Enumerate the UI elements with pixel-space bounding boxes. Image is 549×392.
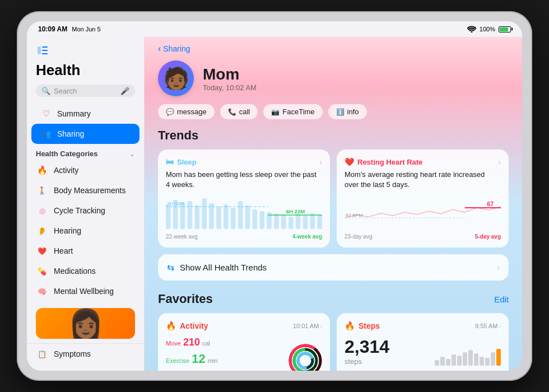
cat-item-cycle[interactable]: ◎ Cycle Tracking bbox=[27, 200, 144, 221]
microphone-icon[interactable]: 🎤 bbox=[120, 87, 129, 95]
svg-rect-24 bbox=[310, 213, 315, 229]
heart-title: Resting Heart Rate bbox=[357, 158, 422, 166]
facetime-icon: 📷 bbox=[271, 108, 280, 116]
steps-value: 2,314 bbox=[345, 337, 389, 357]
svg-rect-8 bbox=[195, 206, 200, 229]
heart-footer-left: 23-day avg bbox=[345, 234, 372, 240]
activity-chevron-icon[interactable]: › bbox=[320, 323, 322, 329]
info-button[interactable]: ℹ️ info bbox=[328, 104, 367, 119]
show-all-chevron-icon: › bbox=[497, 263, 500, 272]
svg-rect-1 bbox=[42, 46, 48, 48]
heart-chart: 67 62 BPM bbox=[345, 195, 501, 229]
body-icon: 🚶 bbox=[36, 184, 48, 197]
ipad-screen: 10:09 AM Mon Jun 5 100% bbox=[27, 21, 522, 371]
battery-icon bbox=[499, 26, 511, 32]
svg-rect-6 bbox=[180, 202, 185, 229]
sleep-desc: Mom has been getting less sleep over the… bbox=[166, 170, 322, 190]
cat-item-symptoms[interactable]: 📋 Symptoms bbox=[27, 343, 144, 364]
step-bar-7 bbox=[468, 350, 473, 366]
sleep-icon: 🛏 bbox=[166, 157, 174, 166]
svg-rect-25 bbox=[317, 214, 322, 229]
call-icon: 📞 bbox=[228, 108, 236, 116]
stand-stat: Stand 4 hr bbox=[166, 370, 217, 371]
steps-time: 9:55 AM › bbox=[475, 323, 501, 329]
sleep-footer-right: 4-week avg bbox=[292, 234, 322, 240]
steps-chevron-icon[interactable]: › bbox=[499, 323, 501, 329]
sleep-card-title: 🛏 Sleep bbox=[166, 157, 197, 166]
heart-footer-right: 5-day avg bbox=[475, 234, 501, 240]
sidebar-toggle-icon[interactable] bbox=[36, 44, 49, 57]
categories-chevron-icon[interactable]: ⌄ bbox=[129, 150, 135, 158]
sharing-label: Sharing bbox=[57, 129, 84, 138]
trends-icon: ⇆ bbox=[167, 262, 174, 273]
profile-name: Mom bbox=[203, 66, 257, 83]
activity-ring bbox=[289, 344, 322, 371]
show-all-trends-button[interactable]: ⇆ Show All Health Trends › bbox=[158, 254, 509, 281]
sleep-chevron-icon[interactable]: › bbox=[319, 157, 322, 166]
sidebar-item-sharing[interactable]: 👥 Sharing bbox=[31, 124, 139, 144]
cycle-icon: ◎ bbox=[36, 204, 48, 217]
battery-pct: 100% bbox=[480, 26, 495, 32]
activity-card-header: 🔥 Activity 10:01 AM › bbox=[166, 321, 322, 331]
status-right: 100% bbox=[467, 26, 511, 32]
activity-title-row: 🔥 Activity bbox=[166, 321, 208, 331]
status-bar: 10:09 AM Mon Jun 5 100% bbox=[27, 21, 522, 37]
svg-rect-4 bbox=[166, 204, 171, 229]
svg-rect-10 bbox=[209, 203, 214, 229]
message-button[interactable]: 💬 message bbox=[158, 104, 215, 119]
cat-item-mental[interactable]: 🧠 Mental Wellbeing bbox=[27, 281, 144, 301]
exercise-label: Exercise bbox=[166, 357, 189, 364]
steps-fav-card: 🔥 Steps 9:55 AM › 2,314 bbox=[337, 313, 509, 371]
cat-item-body[interactable]: 🚶 Body Measurements bbox=[27, 180, 144, 200]
symptoms-label: Symptoms bbox=[54, 349, 91, 358]
steps-content: 2,314 steps bbox=[345, 337, 501, 366]
avatar-emoji: 🧑🏾 bbox=[163, 66, 189, 91]
sidebar: Health 🔍 Search 🎤 ♡ Summary 👥 Sharing bbox=[27, 37, 145, 371]
activity-fav-card: 🔥 Activity 10:01 AM › bbox=[158, 313, 330, 371]
medications-icon: 💊 bbox=[36, 265, 48, 277]
activity-icon: 🔥 bbox=[36, 164, 48, 176]
activity-label: Activity bbox=[54, 166, 78, 175]
exercise-value: 12 bbox=[192, 352, 205, 366]
move-label: Move bbox=[166, 340, 181, 347]
call-button[interactable]: 📞 call bbox=[220, 104, 258, 119]
svg-rect-16 bbox=[253, 209, 258, 229]
body-label: Body Measurements bbox=[54, 186, 125, 195]
facetime-button[interactable]: 📷 FaceTime bbox=[263, 104, 322, 119]
back-button[interactable]: ‹ Sharing bbox=[158, 44, 509, 54]
search-icon: 🔍 bbox=[41, 87, 50, 95]
step-bar-3 bbox=[446, 359, 450, 366]
message-label: message bbox=[177, 108, 207, 116]
svg-rect-3 bbox=[42, 53, 48, 54]
cat-item-hearing[interactable]: 👂 Hearing bbox=[27, 221, 144, 241]
back-chevron-icon: ‹ bbox=[158, 44, 161, 54]
search-bar[interactable]: 🔍 Search 🎤 bbox=[36, 85, 135, 97]
show-all-label: Show All Health Trends bbox=[180, 263, 491, 272]
heart-card-title: ❤️ Resting Heart Rate bbox=[345, 157, 422, 166]
svg-rect-11 bbox=[216, 207, 221, 229]
facetime-label: FaceTime bbox=[282, 108, 314, 116]
summary-icon: ♡ bbox=[40, 108, 52, 119]
sleep-chart: 7H 52M 6H 22M bbox=[166, 195, 322, 229]
summary-label: Summary bbox=[57, 109, 91, 118]
sleep-card-header: 🛏 Sleep › bbox=[166, 157, 322, 166]
heart-chart-footer: 23-day avg 5-day avg bbox=[345, 234, 501, 240]
call-label: call bbox=[239, 108, 250, 116]
cat-item-medications[interactable]: 💊 Medications bbox=[27, 261, 144, 281]
hearing-label: Hearing bbox=[54, 226, 81, 235]
activity-fav-icon: 🔥 bbox=[166, 321, 176, 331]
steps-chart bbox=[435, 343, 501, 366]
favorites-header: Favorites Edit bbox=[158, 292, 509, 306]
cat-item-heart[interactable]: ❤️ Heart bbox=[27, 241, 144, 261]
photo-emoji: 👩🏾 bbox=[68, 308, 103, 339]
activity-time-value: 10:01 AM bbox=[293, 323, 319, 329]
step-bar-4 bbox=[452, 354, 456, 366]
profile-row: 🧑🏾 Mom Today, 10:02 AM bbox=[158, 60, 509, 96]
move-value: 210 bbox=[183, 337, 200, 348]
edit-button[interactable]: Edit bbox=[494, 295, 509, 304]
heart-chevron-icon[interactable]: › bbox=[498, 157, 501, 166]
sharing-icon: 👥 bbox=[40, 128, 52, 139]
sidebar-item-summary[interactable]: ♡ Summary bbox=[31, 104, 139, 124]
steps-time-value: 9:55 AM bbox=[475, 323, 497, 329]
cat-item-activity[interactable]: 🔥 Activity bbox=[27, 160, 144, 180]
